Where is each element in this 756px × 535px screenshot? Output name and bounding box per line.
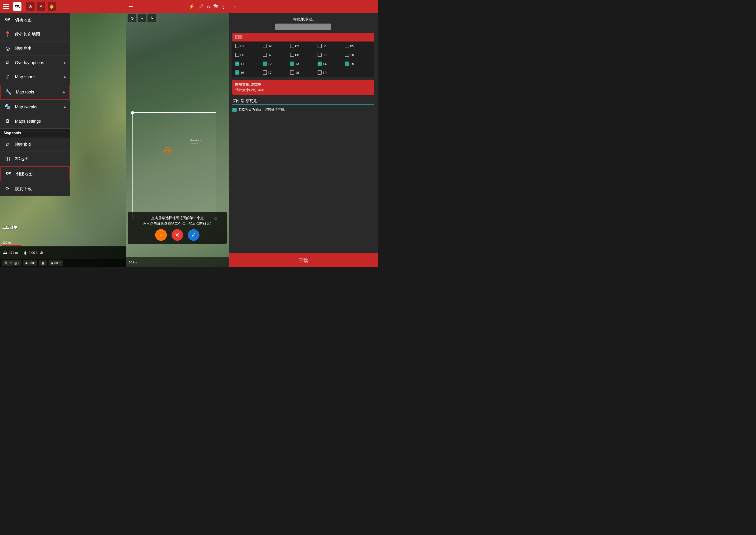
download-button[interactable]: 下载 <box>299 257 308 264</box>
top-bar-right: ← <box>229 0 378 13</box>
layer-item-18: 18 <box>290 70 317 74</box>
hamburger-menu-icon[interactable] <box>3 4 9 9</box>
settings-icon: ⚙ <box>4 118 11 125</box>
popup-minus-btn[interactable]: － <box>155 229 167 241</box>
checkbox-07[interactable] <box>263 53 267 57</box>
back-button[interactable]: ← <box>232 3 238 10</box>
menu-item-center[interactable]: ◎ 地图居中 <box>0 42 70 56</box>
layer-item-02: 02 <box>263 44 289 48</box>
edit-btn[interactable]: ✂ <box>138 14 146 22</box>
checkbox-13[interactable] <box>290 62 294 66</box>
bottom-bar-mid: 30 km <box>126 257 229 268</box>
menu-label-share: Map share <box>15 74 60 79</box>
submenu-item-create[interactable]: 🗺 创建地图 <box>0 166 70 182</box>
checkbox-06[interactable] <box>235 53 239 57</box>
checkbox-01[interactable] <box>235 44 239 48</box>
handle-top-left[interactable] <box>131 111 134 114</box>
map-name-input[interactable] <box>232 98 374 105</box>
pin-icon[interactable]: 📌 <box>198 4 204 9</box>
download-bar[interactable]: 下载 <box>229 253 378 268</box>
checkbox-19[interactable] <box>318 70 322 74</box>
tweaks-arrow: ▶ <box>64 105 66 109</box>
layer-item-05: 05 <box>345 44 372 48</box>
checkbox-12[interactable] <box>263 62 267 66</box>
layer-item-13: 13 <box>290 62 317 66</box>
checkbox-18[interactable] <box>290 70 294 74</box>
layer-grid-row2: 06 07 08 09 10 <box>232 50 374 59</box>
map-toolbar-mid: ⊙ ✂ A <box>128 14 156 22</box>
popup-cancel-btn[interactable]: ✕ <box>171 229 183 241</box>
checkbox-05[interactable] <box>345 44 349 48</box>
layer-label-06: 06 <box>240 53 244 57</box>
home-icon: 🏠 <box>41 261 45 265</box>
gesture-icon[interactable]: ✋ <box>47 2 56 11</box>
layer-label-04: 04 <box>323 44 327 48</box>
layer-label-12: 12 <box>268 62 272 66</box>
layer-item-01: 01 <box>235 44 262 48</box>
checkbox-02[interactable] <box>263 44 267 48</box>
scale-text: 300 km <box>2 241 21 244</box>
menu-label-settings: Maps settings <box>15 119 66 124</box>
search-btn[interactable]: 🔍 113@7 <box>2 260 21 266</box>
layer-item-12: 12 <box>263 62 289 66</box>
gps-btn[interactable]: ⊕ 000° <box>23 260 37 266</box>
tools-arrow: ▶ <box>63 90 65 94</box>
altitude-value: 174 m <box>9 251 18 255</box>
checkbox-10[interactable] <box>345 53 349 57</box>
submenu-item-restore[interactable]: ⟳ 恢复下载 <box>0 182 70 196</box>
popup-text: 点击屏幕选择地图范围的第一个点 再次点击屏幕选择第二个点，然后点击'确认'. <box>132 215 223 226</box>
menu-item-overlay[interactable]: ⧉ Overlay options ▶ <box>0 56 70 70</box>
submenu-item-map-index[interactable]: ⧉ 地图索引 <box>0 137 70 152</box>
overlay-icon[interactable]: ⊙ <box>26 2 35 11</box>
checkbox-03[interactable] <box>290 44 294 48</box>
popup-confirm-btn[interactable]: ✓ <box>188 229 199 241</box>
home-btn[interactable]: 🏠 <box>39 260 47 266</box>
selection-rectangle[interactable] <box>132 112 216 219</box>
scale-indicator: 300 km <box>2 241 21 246</box>
menu-item-share[interactable]: ⤴ Map share ▶ <box>0 70 70 84</box>
checkbox-17[interactable] <box>263 70 267 74</box>
menu-label-overlay: Overlay options <box>15 60 60 65</box>
speedometer-icon: ◉ <box>23 250 27 255</box>
ignore-checkbox-row: 忽略丢失的图块，继续进行下载. <box>232 108 374 112</box>
text-mid-icon[interactable]: A <box>207 4 210 9</box>
menu-item-other-maps[interactable]: 📍 此处其它地图 <box>0 27 70 42</box>
checkbox-04[interactable] <box>318 44 322 48</box>
size-label: 估计大小(Mb): 438 <box>235 87 372 93</box>
submenu-label-3d: 3D地图 <box>15 156 66 161</box>
more-icon[interactable]: ⋮ <box>221 4 226 9</box>
checkbox-14[interactable] <box>318 62 322 66</box>
layer-grid-row1: 01 02 03 04 05 <box>232 42 374 50</box>
menu-label-tweaks: Map tweaks <box>15 105 60 110</box>
right-panel: ← 在线地图源: 图层 01 02 03 <box>229 0 378 268</box>
text-icon[interactable]: A <box>37 2 45 11</box>
mid-top-icons: ⚡ 📌 A 🗺 ⋮ <box>189 4 226 9</box>
other-maps-icon: 📍 <box>4 31 11 38</box>
checkbox-08[interactable] <box>290 53 294 57</box>
checkbox-09[interactable] <box>318 53 322 57</box>
flash-icon[interactable]: ⚡ <box>189 4 195 9</box>
menu-item-tools[interactable]: 🔧 Map tools ▶ <box>0 85 70 99</box>
menu-item-switch-map[interactable]: 🗺 切换地图 <box>0 13 70 27</box>
map-mid-icon[interactable]: 🗺 <box>213 4 218 9</box>
label-btn[interactable]: A <box>147 14 156 22</box>
menu-label-switch-map: 切换地图 <box>15 17 66 23</box>
app-logo: 🗺 <box>13 2 21 11</box>
checkbox-11[interactable] <box>235 62 239 66</box>
heading-value: 005° <box>54 261 61 265</box>
layer-label-09: 09 <box>323 53 327 57</box>
3d-map-icon: ◫ <box>4 155 11 162</box>
layer-item-03: 03 <box>290 44 317 48</box>
submenu-item-3d[interactable]: ◫ 3D地图 <box>0 152 70 166</box>
mountain-icon: ⛰ <box>3 250 8 255</box>
ignore-checkbox[interactable] <box>232 108 237 112</box>
menu-item-settings[interactable]: ⚙ Maps settings <box>0 114 70 128</box>
checkbox-15[interactable] <box>345 62 349 66</box>
checkbox-16[interactable] <box>235 70 239 74</box>
hamburger-mid-icon[interactable]: ☰ <box>129 4 133 9</box>
top-bar-left: 🗺 ⊙ A ✋ <box>0 0 126 13</box>
menu-item-tweaks[interactable]: 🔩 Map tweaks ▶ <box>0 100 70 114</box>
crosshair-circle <box>164 147 171 154</box>
compass-btn[interactable]: ◉ 005° <box>48 260 63 266</box>
locate-btn[interactable]: ⊙ <box>128 14 136 22</box>
